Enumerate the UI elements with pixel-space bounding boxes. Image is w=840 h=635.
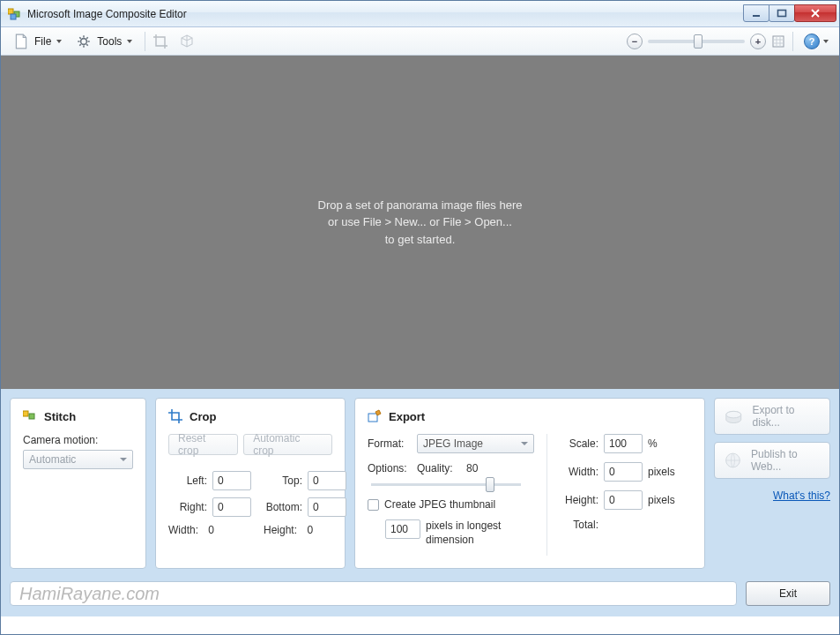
svg-rect-4 [778,10,786,16]
crop-title: Crop [190,410,216,423]
stitch-icon [23,409,37,423]
separator [145,32,145,51]
quality-value: 80 [466,462,478,474]
svg-rect-3 [753,15,760,17]
crop-bottom-input[interactable]: 0 [308,497,346,517]
crop-width-value: 0 [208,524,214,536]
separator [546,434,547,556]
zoom-in-button[interactable]: + [750,34,766,49]
svg-rect-7 [23,411,28,416]
export-panel: Export Format: JPEG Image Options: Quali… [354,398,705,569]
camera-motion-label: Camera motion: [23,434,133,446]
export-width-label: Width: [560,466,598,478]
caret-down-icon [823,40,829,43]
maximize-button[interactable] [769,4,795,22]
quality-slider[interactable] [371,483,521,486]
crop-width-label: Width: [168,524,198,536]
quality-slider-thumb[interactable] [486,477,494,492]
crop-height-label: Height: [264,524,297,536]
checkbox-icon [368,499,379,511]
crop-icon [168,409,182,423]
total-label: Total: [560,519,598,531]
export-to-disk-label: Export to disk... [753,404,821,430]
close-button[interactable] [794,4,836,22]
crop-top-label: Top: [264,474,302,487]
create-thumbnail-checkbox[interactable]: Create JPEG thumbnail [368,498,534,511]
svg-rect-0 [8,9,13,14]
format-label: Format: [368,437,412,450]
tools-menu[interactable]: Tools [71,30,138,53]
exit-button[interactable]: Exit [746,581,830,606]
camera-motion-select[interactable]: Automatic [23,450,133,469]
canvas-hint-line2: or use File > New... or File > Open... [328,213,512,231]
fit-to-screen-icon[interactable] [771,34,785,49]
svg-rect-8 [29,414,34,419]
canvas-hint-line3: to get started. [385,231,456,249]
caret-down-icon [120,458,127,461]
reset-crop-button[interactable]: Reset crop [168,434,238,455]
svg-point-10 [726,411,741,418]
file-icon [13,34,29,49]
status-text: HamiRayane.com [10,581,737,606]
crop-height-value: 0 [307,524,313,536]
crop-left-label: Left: [168,474,207,487]
scale-input[interactable]: 100 [604,434,643,453]
window-title: Microsoft Image Composite Editor [27,8,744,20]
export-to-disk-button[interactable]: Export to disk... [714,398,830,435]
export-width-unit: pixels [648,466,675,478]
cube-tool-icon[interactable] [179,34,195,49]
svg-point-5 [81,38,87,44]
caret-down-icon [521,442,528,445]
thumbnail-suffix: pixels in longest dimension [426,519,523,547]
toolbar: File Tools − + ? [1,27,839,56]
zoom-slider[interactable] [648,40,745,43]
crop-left-input[interactable]: 0 [212,471,251,490]
export-height-input[interactable]: 0 [604,490,643,510]
format-select[interactable]: JPEG Image [417,434,534,453]
help-menu[interactable]: ? [800,32,832,51]
disk-icon [724,406,744,427]
caret-down-icon [56,40,62,43]
scale-label: Scale: [560,437,598,450]
status-bar: HamiRayane.com Exit [1,578,839,616]
zoom-controls: − + [627,34,785,49]
scale-unit: % [648,437,658,450]
file-menu-label: File [34,35,51,48]
canvas-hint-line1: Drop a set of panorama image files here [318,197,523,214]
svg-rect-9 [368,414,377,422]
quality-label: Quality: [417,462,453,474]
crop-top-input[interactable]: 0 [308,471,346,490]
crop-right-input[interactable]: 0 [212,497,251,517]
minimize-button[interactable] [743,4,769,22]
side-buttons: Export to disk... Publish to Web... What… [714,398,830,569]
app-icon [8,7,22,21]
panels-row: Stitch Camera motion: Automatic Crop Res… [1,389,839,578]
tools-menu-label: Tools [97,35,122,48]
crop-panel: Crop Reset crop Automatic crop Left:0 To… [155,398,346,569]
thumbnail-size-input[interactable]: 100 [385,519,420,539]
file-menu[interactable]: File [8,30,67,53]
export-icon [368,409,382,423]
help-icon: ? [804,34,820,49]
zoom-out-button[interactable]: − [627,34,643,49]
camera-motion-value: Automatic [29,453,76,466]
whats-this-link[interactable]: What's this? [714,486,830,502]
titlebar: Microsoft Image Composite Editor [1,1,839,27]
export-width-input[interactable]: 0 [604,462,643,482]
options-label: Options: [368,462,412,474]
create-thumbnail-label: Create JPEG thumbnail [384,498,495,511]
stitch-panel: Stitch Camera motion: Automatic [10,398,146,569]
app-window: Microsoft Image Composite Editor File To… [0,0,840,635]
svg-rect-2 [11,14,16,19]
export-height-label: Height: [560,494,598,506]
canvas-drop-area[interactable]: Drop a set of panorama image files here … [1,56,839,389]
crop-right-label: Right: [168,501,207,513]
crop-tool-icon[interactable] [152,34,168,49]
stitch-title: Stitch [44,410,76,423]
zoom-slider-thumb[interactable] [694,34,702,49]
crop-bottom-label: Bottom: [264,501,302,513]
publish-to-web-button[interactable]: Publish to Web... [714,442,830,479]
caret-down-icon [127,40,132,43]
separator [792,32,793,51]
automatic-crop-button[interactable]: Automatic crop [243,434,332,455]
